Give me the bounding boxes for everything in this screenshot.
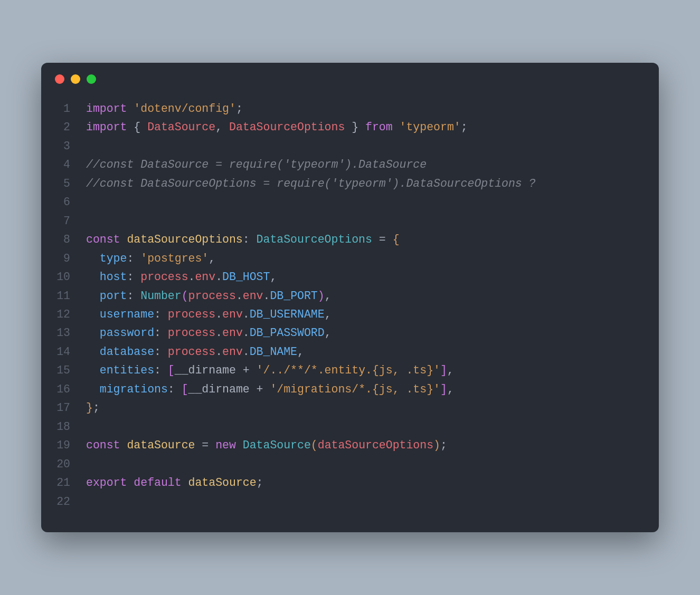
line-number: 19 <box>41 436 86 455</box>
window-titlebar <box>41 63 659 89</box>
token: : <box>127 271 140 283</box>
line-number: 21 <box>41 474 86 492</box>
token: ) <box>433 439 440 452</box>
token: 'typeorm' <box>400 121 461 133</box>
line-number: 5 <box>41 175 86 193</box>
token: default <box>134 476 181 489</box>
token: process <box>168 346 215 358</box>
token: Number <box>140 290 181 302</box>
code-line: 18 <box>41 418 659 436</box>
token <box>86 252 100 265</box>
token: , <box>325 327 332 339</box>
token: process <box>188 290 236 302</box>
code-line: 1import 'dotenv/config'; <box>41 100 659 118</box>
code-line: 5//const DataSourceOptions = require('ty… <box>41 175 659 193</box>
line-content <box>86 418 93 436</box>
token: database <box>100 346 154 358</box>
token: { <box>134 121 147 133</box>
token: type <box>100 252 127 265</box>
line-content: const dataSource = new DataSource(dataSo… <box>86 436 447 455</box>
code-line: 10 host: process.env.DB_HOST, <box>41 268 659 286</box>
token: . <box>236 290 243 302</box>
maximize-icon[interactable] <box>87 74 96 84</box>
token: . <box>215 327 222 339</box>
token: import <box>86 121 127 133</box>
token: env <box>222 346 243 358</box>
token: DB_PORT <box>270 290 317 302</box>
token: dataSource <box>127 439 195 452</box>
minimize-icon[interactable] <box>71 74 80 84</box>
line-number: 11 <box>41 287 86 305</box>
token: const <box>86 233 120 246</box>
token: entities <box>100 364 154 377</box>
token: , <box>447 383 454 396</box>
code-line: 6 <box>41 193 659 212</box>
token: { <box>393 233 400 246</box>
line-content <box>86 455 93 474</box>
token: ; <box>440 439 447 452</box>
token: . <box>215 271 222 283</box>
token: DB_USERNAME <box>250 308 325 321</box>
token: : <box>154 327 168 339</box>
token: process <box>168 327 215 339</box>
token: port <box>100 290 127 302</box>
token: dataSourceOptions <box>127 233 242 246</box>
line-content: password: process.env.DB_PASSWORD, <box>86 324 332 342</box>
token: DB_NAME <box>250 346 297 358</box>
code-line: 22 <box>41 493 659 511</box>
token: import <box>86 102 127 115</box>
token: ] <box>440 364 447 377</box>
line-number: 22 <box>41 493 86 511</box>
token: ] <box>440 383 447 396</box>
code-line: 21export default dataSource; <box>41 474 659 492</box>
line-number: 10 <box>41 268 86 286</box>
code-line: 11 port: Number(process.env.DB_PORT), <box>41 287 659 305</box>
token: migrations <box>100 383 168 396</box>
token: + <box>250 383 270 396</box>
token <box>86 364 100 377</box>
line-content: }; <box>86 399 100 417</box>
line-number: 1 <box>41 100 86 118</box>
token: //const DataSourceOptions = require('typ… <box>86 177 536 190</box>
token: //const DataSource = require('typeorm').… <box>86 158 427 171</box>
token: ; <box>236 102 243 115</box>
token: , <box>325 308 332 321</box>
token <box>127 121 134 133</box>
token: = <box>372 233 393 246</box>
token: ) <box>318 290 325 302</box>
code-line: 19const dataSource = new DataSource(data… <box>41 436 659 455</box>
token: const <box>86 439 120 452</box>
line-content: import 'dotenv/config'; <box>86 100 243 118</box>
token <box>86 308 100 321</box>
token: . <box>243 308 250 321</box>
code-line: 9 type: 'postgres', <box>41 249 659 268</box>
line-number: 8 <box>41 231 86 249</box>
token: new <box>215 439 236 452</box>
token: DB_HOST <box>222 271 270 283</box>
token: 'dotenv/config' <box>134 102 236 115</box>
token: , <box>270 271 277 283</box>
token: , <box>215 121 229 133</box>
token: env <box>243 290 263 302</box>
token: username <box>100 308 154 321</box>
line-number: 3 <box>41 137 86 156</box>
token: + <box>236 364 257 377</box>
line-content <box>86 493 93 511</box>
line-number: 14 <box>41 343 86 361</box>
token: ; <box>257 476 263 489</box>
code-window: 1import 'dotenv/config';2import { DataSo… <box>41 63 659 532</box>
token: dataSourceOptions <box>318 439 433 452</box>
token: env <box>222 327 243 339</box>
token <box>127 102 134 115</box>
line-content <box>86 193 93 212</box>
token: : <box>154 346 168 358</box>
code-line: 13 password: process.env.DB_PASSWORD, <box>41 324 659 342</box>
token: . <box>243 327 250 339</box>
close-icon[interactable] <box>55 74 64 84</box>
line-content: migrations: [__dirname + '/migrations/*.… <box>86 380 454 399</box>
token: DB_PASSWORD <box>250 327 325 339</box>
line-number: 15 <box>41 361 86 380</box>
token: = <box>195 439 215 452</box>
line-number: 4 <box>41 156 86 174</box>
token: . <box>243 346 250 358</box>
